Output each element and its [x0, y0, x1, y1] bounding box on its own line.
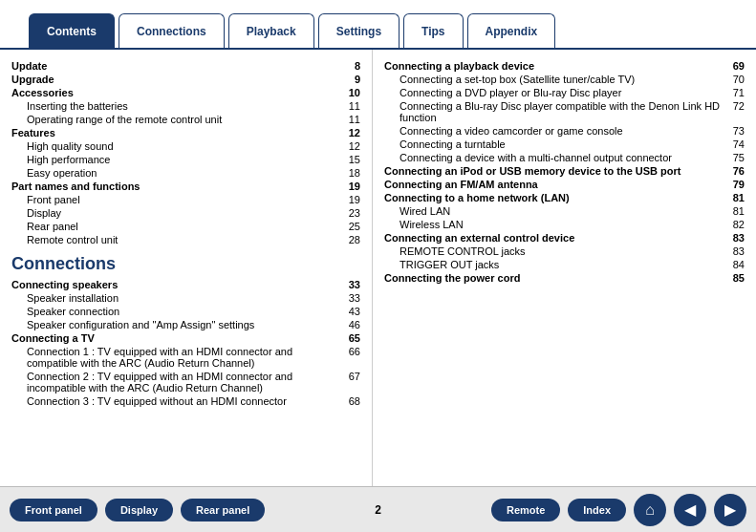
toc-row[interactable]: Connecting an external control device83 — [384, 231, 745, 245]
toc-row[interactable]: Wired LAN81 — [384, 204, 745, 218]
toc-label: Front panel — [11, 194, 336, 205]
back-button[interactable]: ◀ — [674, 494, 706, 526]
toc-row[interactable]: Connecting a DVD player or Blu-ray Disc … — [384, 86, 745, 99]
toc-row[interactable]: Connection 3 : TV equipped without an HD… — [11, 394, 360, 408]
toc-label: Connecting an external control device — [384, 232, 721, 244]
toc-label: Connecting an iPod or USB memory device … — [384, 165, 721, 177]
toc-page-num: 76 — [721, 165, 745, 177]
toc-page-num: 82 — [721, 219, 745, 230]
forward-button[interactable]: ▶ — [714, 494, 746, 526]
toc-label: Connecting speakers — [11, 279, 336, 290]
toc-row[interactable]: Speaker installation33 — [11, 291, 360, 305]
toc-row[interactable]: High quality sound12 — [11, 139, 360, 153]
toc-row[interactable]: Update8 — [11, 59, 360, 73]
toc-page-num: 10 — [336, 87, 360, 98]
toc-row[interactable]: Connecting a video camcorder or game con… — [384, 124, 745, 138]
toc-page-num: 74 — [721, 138, 745, 150]
toc-page-num: 25 — [336, 221, 360, 232]
toc-label: Connection 1 : TV equipped with an HDMI … — [11, 346, 336, 369]
toc-page-num: 81 — [721, 205, 745, 217]
toc-row[interactable]: Display23 — [11, 206, 360, 220]
toc-row[interactable]: Front panel19 — [11, 193, 360, 206]
toc-row[interactable]: Rear panel25 — [11, 220, 360, 233]
toc-label: Connecting a playback device — [384, 60, 721, 72]
back-icon: ◀ — [684, 500, 696, 519]
toc-row[interactable]: Easy operation18 — [11, 166, 360, 180]
tab-appendix[interactable]: Appendix — [467, 13, 556, 48]
toc-row[interactable]: Connecting to a home network (LAN)81 — [384, 191, 745, 204]
toc-label: Speaker connection — [11, 306, 336, 317]
toc-row[interactable]: Speaker connection43 — [11, 305, 360, 318]
toc-row[interactable]: Part names and functions19 — [11, 180, 360, 193]
toc-label: Connecting a device with a multi-channel… — [384, 152, 721, 163]
home-button[interactable]: ⌂ — [634, 494, 666, 526]
toc-page-num: 28 — [336, 234, 360, 245]
toc-row[interactable]: Connecting the power cord85 — [384, 271, 745, 285]
toc-row[interactable]: Connection 2 : TV equipped with an HDMI … — [11, 370, 360, 394]
toc-page-num: 9 — [336, 74, 360, 85]
tab-bar: Contents Connections Playback Settings T… — [0, 0, 756, 50]
toc-page-num: 12 — [336, 127, 360, 138]
toc-label: Connection 2 : TV equipped with an HDMI … — [11, 371, 336, 394]
right-column: Connecting a playback device69Connecting… — [373, 50, 756, 486]
page-number: 2 — [346, 503, 411, 517]
toc-label: Connection 3 : TV equipped without an HD… — [11, 395, 336, 407]
toc-page-num: 11 — [336, 114, 360, 125]
toc-label: Speaker installation — [11, 292, 336, 304]
toc-page-num: 83 — [721, 245, 745, 257]
toc-label: Operating range of the remote control un… — [11, 114, 336, 125]
rear-panel-button[interactable]: Rear panel — [181, 499, 265, 521]
toc-row[interactable]: Features12 — [11, 126, 360, 139]
toc-page-num: 84 — [721, 259, 745, 270]
toc-row[interactable]: Inserting the batteries11 — [11, 99, 360, 113]
tab-connections[interactable]: Connections — [119, 13, 225, 48]
toc-page-num: 68 — [336, 395, 360, 407]
toc-row[interactable]: Connecting a turntable74 — [384, 138, 745, 151]
left-toc-connections: Connecting speakers33Speaker installatio… — [11, 278, 360, 408]
right-toc: Connecting a playback device69Connecting… — [384, 59, 745, 285]
toc-page-num: 85 — [721, 272, 745, 284]
toc-row[interactable]: High performance15 — [11, 153, 360, 166]
toc-label: Upgrade — [11, 74, 336, 85]
index-button[interactable]: Index — [568, 499, 626, 521]
toc-row[interactable]: Connecting a Blu-ray Disc player compati… — [384, 99, 745, 124]
toc-row[interactable]: Connecting a playback device69 — [384, 59, 745, 73]
toc-page-num: 70 — [721, 74, 745, 85]
tab-tips[interactable]: Tips — [403, 13, 463, 48]
toc-page-num: 75 — [721, 152, 745, 163]
display-button[interactable]: Display — [105, 499, 173, 521]
toc-row[interactable]: TRIGGER OUT jacks84 — [384, 258, 745, 271]
tab-settings[interactable]: Settings — [318, 13, 400, 48]
tab-contents[interactable]: Contents — [29, 13, 115, 48]
toc-label: Features — [11, 127, 336, 138]
toc-label: Remote control unit — [11, 234, 336, 245]
toc-row[interactable]: Operating range of the remote control un… — [11, 113, 360, 126]
toc-row[interactable]: Connecting a TV65 — [11, 331, 360, 345]
toc-row[interactable]: Connecting an iPod or USB memory device … — [384, 164, 745, 178]
toc-label: Connecting a Blu-ray Disc player compati… — [384, 100, 721, 123]
toc-label: High quality sound — [11, 140, 336, 152]
toc-row[interactable]: Remote control unit28 — [11, 233, 360, 246]
tab-playback[interactable]: Playback — [228, 13, 314, 48]
toc-label: TRIGGER OUT jacks — [384, 259, 721, 270]
left-column: Update8Upgrade9Accessories10Inserting th… — [0, 50, 373, 486]
toc-page-num: 65 — [336, 332, 360, 344]
toc-label: Display — [11, 207, 336, 219]
toc-row[interactable]: Wireless LAN82 — [384, 218, 745, 231]
remote-button[interactable]: Remote — [491, 499, 560, 521]
front-panel-button[interactable]: Front panel — [10, 499, 97, 521]
toc-row[interactable]: REMOTE CONTROL jacks83 — [384, 245, 745, 258]
toc-row[interactable]: Accessories10 — [11, 86, 360, 99]
toc-page-num: 33 — [336, 292, 360, 304]
toc-label: Connecting an FM/AM antenna — [384, 179, 721, 190]
toc-row[interactable]: Speaker configuration and "Amp Assign" s… — [11, 318, 360, 331]
toc-row[interactable]: Connecting speakers33 — [11, 278, 360, 291]
toc-row[interactable]: Connecting a set-top box (Satellite tune… — [384, 73, 745, 86]
toc-label: Wired LAN — [384, 205, 721, 217]
toc-row[interactable]: Upgrade9 — [11, 73, 360, 86]
toc-row[interactable]: Connecting an FM/AM antenna79 — [384, 178, 745, 191]
toc-row[interactable]: Connection 1 : TV equipped with an HDMI … — [11, 345, 360, 370]
toc-page-num: 66 — [336, 346, 360, 357]
toc-label: Connecting a turntable — [384, 138, 721, 150]
toc-row[interactable]: Connecting a device with a multi-channel… — [384, 151, 745, 164]
